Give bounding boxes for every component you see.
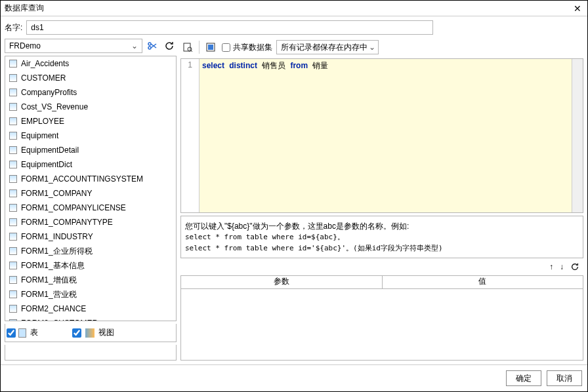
refresh-params-button[interactable]: [570, 262, 579, 271]
table-item-label: CompanyProfits: [21, 88, 77, 97]
table-search-input[interactable]: [5, 345, 177, 361]
table-icon: [9, 175, 17, 183]
table-icon: [9, 132, 17, 140]
table-item-label: FORM1_COMPANYLICENSE: [21, 203, 126, 212]
refresh-button[interactable]: [162, 39, 177, 53]
table-icon: [9, 103, 17, 111]
param-tools: ↑ ↓: [180, 261, 583, 273]
table-icon: [9, 262, 17, 269]
hint-line-2: select * from table where id=${abc}。: [185, 232, 579, 243]
table-item-label: FORM1_营业税: [21, 289, 77, 300]
table-item-label: FORM1_增值税: [21, 275, 77, 286]
preview-button[interactable]: [180, 40, 195, 54]
table-item-label: FORM1_企业所得税: [21, 246, 93, 257]
table-item-label: EquipmentDetail: [21, 146, 79, 155]
table-icon: [9, 218, 17, 226]
table-item-label: FORM2_CHANCE: [21, 304, 86, 313]
filter-table-checkbox[interactable]: [7, 328, 16, 338]
table-item[interactable]: Cost_VS_Revenue: [5, 100, 176, 114]
table-item[interactable]: FORM1_基本信息: [5, 258, 176, 273]
table-icon: [9, 233, 17, 241]
table-icon: [9, 189, 17, 197]
table-item-label: CUSTOMER: [21, 73, 66, 83]
editor-scrollbar[interactable]: [572, 59, 583, 212]
cancel-button[interactable]: 取消: [547, 370, 582, 386]
table-item[interactable]: FORM1_增值税: [5, 273, 176, 287]
table-item[interactable]: EquipmentDict: [5, 157, 176, 172]
table-item[interactable]: CUSTOMER: [5, 71, 176, 85]
footer: 确定 取消: [1, 364, 587, 391]
move-down-button[interactable]: ↓: [560, 262, 564, 271]
table-icon: [18, 328, 26, 338]
param-col-name: 参数: [181, 276, 383, 288]
name-row: 名字:: [1, 16, 587, 39]
database-select[interactable]: FRDemo ⌄: [5, 39, 142, 53]
table-item-label: FORM1_ACCOUNTTINGSYSTEM: [21, 174, 143, 184]
table-list[interactable]: Air_AccidentsCUSTOMERCompanyProfitsCost_…: [5, 56, 177, 321]
close-button[interactable]: ✕: [572, 3, 583, 14]
table-icon: [9, 305, 17, 313]
table-item-label: FORM1_COMPANY: [21, 189, 92, 198]
sql-editor[interactable]: 1 select distinct 销售员 from 销量: [180, 58, 583, 213]
table-item[interactable]: FORM1_企业所得税: [5, 244, 176, 258]
table-item-label: EquipmentDict: [21, 160, 72, 169]
toolbar: 共享数据集 所有记录都保存在内存中: [180, 39, 583, 56]
table-item-label: EMPLOYEE: [21, 117, 64, 126]
table-item-label: FORM2_CUSTOMER: [21, 319, 98, 321]
move-up-button[interactable]: ↑: [549, 262, 553, 271]
table-item[interactable]: FORM1_COMPANYLICENSE: [5, 201, 176, 215]
hint-box: 您可以键入"${abc}"做为一个参数，这里abc是参数的名称。例如: sele…: [180, 216, 583, 258]
database-select-value: FRDemo: [9, 41, 41, 50]
share-dataset-checkbox[interactable]: [222, 43, 230, 52]
filter-view-checkbox[interactable]: [72, 328, 81, 338]
table-icon: [9, 247, 17, 255]
table-icon: [9, 276, 17, 284]
table-item[interactable]: EquipmentDetail: [5, 143, 176, 157]
sql-code[interactable]: select distinct 销售员 from 销量: [200, 59, 572, 212]
hint-line-1: 您可以键入"${abc}"做为一个参数，这里abc是参数的名称。例如:: [185, 220, 579, 232]
table-icon: [9, 60, 17, 68]
table-item[interactable]: Equipment: [5, 128, 176, 143]
table-icon: [9, 74, 17, 82]
table-item[interactable]: Air_Accidents: [5, 56, 176, 71]
name-input[interactable]: [26, 20, 433, 35]
name-label: 名字:: [5, 22, 22, 33]
table-item-label: Cost_VS_Revenue: [21, 102, 88, 111]
svg-rect-3: [208, 45, 213, 50]
table-item[interactable]: FORM2_CHANCE: [5, 302, 176, 316]
table-icon: [9, 146, 17, 154]
table-item[interactable]: CompanyProfits: [5, 85, 176, 100]
table-item[interactable]: FORM1_INDUSTRY: [5, 229, 176, 244]
param-col-value: 值: [383, 276, 583, 288]
storage-mode-select[interactable]: 所有记录都保存在内存中: [276, 40, 379, 54]
display-button[interactable]: [203, 40, 218, 54]
right-panel: 共享数据集 所有记录都保存在内存中 1 select distinct 销售员 …: [180, 39, 583, 361]
table-item-label: Air_Accidents: [21, 59, 69, 68]
ok-button[interactable]: 确定: [506, 370, 541, 386]
table-item[interactable]: EMPLOYEE: [5, 114, 176, 128]
table-item[interactable]: FORM1_ACCOUNTTINGSYSTEM: [5, 172, 176, 186]
table-item-label: FORM1_基本信息: [21, 260, 85, 271]
table-icon: [9, 88, 17, 96]
table-icon: [9, 290, 17, 298]
table-icon: [9, 319, 17, 321]
table-item[interactable]: FORM1_COMPANY: [5, 186, 176, 201]
filter-view-label: 视图: [98, 327, 114, 338]
table-item[interactable]: FORM2_CUSTOMER: [5, 316, 176, 321]
hint-line-3: select * from table where id='${abc}'。(如…: [185, 243, 579, 254]
table-item[interactable]: FORM1_营业税: [5, 287, 176, 302]
table-icon: [9, 161, 17, 168]
editor-gutter: 1: [181, 59, 200, 212]
dialog-title: 数据库查询: [5, 3, 572, 14]
table-item-label: FORM1_COMPANYTYPE: [21, 218, 113, 227]
param-table: 参数 值: [180, 275, 583, 361]
share-dataset-label[interactable]: 共享数据集: [222, 42, 272, 53]
scissors-button[interactable]: [145, 39, 159, 53]
table-item-label: FORM1_INDUSTRY: [21, 232, 93, 241]
table-item-label: Equipment: [21, 131, 58, 140]
param-table-header: 参数 值: [181, 276, 583, 289]
table-item[interactable]: FORM1_COMPANYTYPE: [5, 215, 176, 229]
table-icon: [9, 117, 17, 125]
left-panel: FRDemo ⌄ Air_AccidentsCUSTOMERCompanyPro…: [5, 39, 177, 361]
titlebar: 数据库查询 ✕: [1, 1, 587, 16]
